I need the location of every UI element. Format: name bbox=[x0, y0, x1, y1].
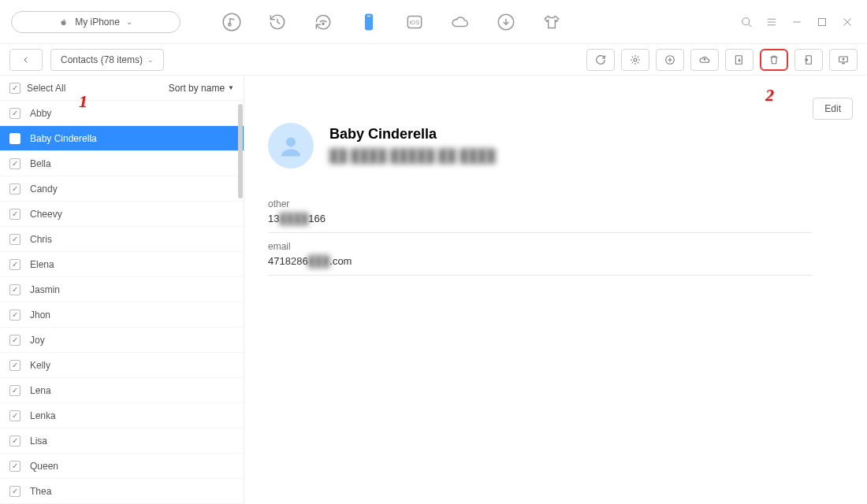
to-device-button[interactable] bbox=[794, 49, 823, 71]
contact-name: Abby bbox=[30, 108, 51, 119]
top-toolbar: My iPhone ⌄ iOS bbox=[0, 0, 867, 44]
edit-button[interactable]: Edit bbox=[813, 98, 853, 120]
list-item[interactable]: Joy bbox=[0, 328, 244, 353]
svg-rect-12 bbox=[735, 55, 742, 64]
svg-rect-4 bbox=[367, 15, 370, 16]
list-item[interactable]: Abby bbox=[0, 101, 244, 126]
checkbox[interactable] bbox=[9, 259, 20, 270]
list-item[interactable]: Chris bbox=[0, 227, 244, 252]
checkbox[interactable] bbox=[9, 158, 20, 169]
to-computer-button[interactable] bbox=[829, 49, 858, 71]
list-item[interactable]: Queen bbox=[0, 454, 244, 479]
svg-rect-9 bbox=[819, 18, 826, 25]
checkbox[interactable] bbox=[9, 385, 20, 396]
select-all-label: Select All bbox=[27, 83, 65, 94]
contact-name: Joy bbox=[30, 335, 45, 346]
add-button[interactable] bbox=[656, 49, 684, 71]
checkbox[interactable] bbox=[9, 410, 20, 421]
svg-point-8 bbox=[742, 17, 750, 24]
list-item[interactable]: Candy bbox=[0, 176, 244, 202]
checkbox[interactable] bbox=[9, 108, 20, 119]
list-item[interactable]: Cheevy bbox=[0, 202, 244, 227]
svg-point-15 bbox=[286, 138, 296, 147]
contact-list: Abby Baby Cinderella Bella Candy Cheevy … bbox=[0, 101, 244, 504]
svg-text:iOS: iOS bbox=[410, 19, 420, 26]
chevron-down-icon: ⌄ bbox=[126, 17, 132, 26]
contact-name: Queen bbox=[30, 461, 58, 472]
svg-point-0 bbox=[223, 13, 240, 31]
list-item[interactable]: Lisa bbox=[0, 428, 244, 454]
delete-button[interactable] bbox=[760, 49, 788, 71]
checkbox[interactable] bbox=[9, 209, 20, 220]
field-label: email bbox=[268, 241, 812, 252]
maximize-button[interactable] bbox=[813, 13, 831, 31]
list-item[interactable]: Jasmin bbox=[0, 277, 244, 302]
detail-fields: other 13████166 email 4718286███.com bbox=[268, 191, 843, 276]
music-icon[interactable] bbox=[220, 10, 244, 34]
checkbox[interactable] bbox=[9, 486, 20, 497]
list-item[interactable]: Bella bbox=[0, 151, 244, 176]
device-selector[interactable]: My iPhone ⌄ bbox=[11, 11, 180, 33]
list-item[interactable]: Kelly bbox=[0, 353, 244, 378]
breadcrumb-label: Contacts (78 items) bbox=[61, 54, 143, 65]
contact-detail-name: Baby Cinderella bbox=[329, 126, 534, 143]
contact-name: Elena bbox=[30, 259, 54, 270]
chevron-down-icon: ⌄ bbox=[147, 56, 154, 64]
checkbox[interactable] bbox=[9, 234, 20, 245]
search-icon[interactable] bbox=[738, 13, 755, 31]
field-label: other bbox=[268, 198, 812, 209]
import-button[interactable] bbox=[725, 49, 754, 71]
refresh-button[interactable] bbox=[586, 49, 615, 71]
checkbox[interactable] bbox=[9, 360, 20, 371]
contact-subtitle: ██ ████ █████ ██ ████ bbox=[329, 149, 534, 160]
breadcrumb[interactable]: Contacts (78 items) ⌄ bbox=[50, 49, 164, 71]
select-all[interactable]: Select All bbox=[9, 83, 65, 94]
checkbox[interactable] bbox=[9, 335, 20, 346]
checkbox[interactable] bbox=[9, 461, 20, 472]
checkbox[interactable] bbox=[9, 435, 20, 447]
contact-name: Thea bbox=[30, 486, 51, 497]
window-controls bbox=[738, 13, 856, 31]
settings-button[interactable] bbox=[621, 49, 649, 71]
cloud-upload-button[interactable] bbox=[690, 49, 719, 71]
contacts-sidebar: Select All Sort by name ▼ Abby Baby Cind… bbox=[0, 76, 244, 504]
checkbox[interactable] bbox=[9, 133, 20, 144]
ios-icon[interactable]: iOS bbox=[403, 10, 426, 34]
apple-icon bbox=[59, 17, 69, 27]
shirt-icon[interactable] bbox=[540, 10, 564, 34]
sub-toolbar: Contacts (78 items) ⌄ bbox=[0, 44, 867, 76]
download-icon[interactable] bbox=[494, 10, 518, 34]
device-label: My iPhone bbox=[75, 17, 120, 28]
checkbox[interactable] bbox=[9, 309, 20, 321]
sort-dropdown[interactable]: Sort by name ▼ bbox=[169, 83, 234, 94]
list-item[interactable]: Lena bbox=[0, 378, 244, 403]
email-field: email 4718286███.com bbox=[268, 233, 812, 276]
scrollbar[interactable] bbox=[238, 104, 243, 198]
triangle-down-icon: ▼ bbox=[228, 84, 234, 91]
sort-label: Sort by name bbox=[169, 83, 225, 94]
list-item[interactable]: Thea bbox=[0, 479, 244, 504]
list-item[interactable]: Lenka bbox=[0, 403, 244, 428]
sidebar-header: Select All Sort by name ▼ bbox=[0, 76, 244, 101]
close-button[interactable] bbox=[839, 13, 856, 31]
back-button[interactable] bbox=[9, 49, 43, 71]
contact-name: Candy bbox=[30, 183, 58, 195]
menu-icon[interactable] bbox=[763, 13, 780, 31]
callout-2: 2 bbox=[765, 85, 774, 106]
minimize-button[interactable] bbox=[788, 13, 806, 31]
contact-name: Lena bbox=[30, 385, 51, 396]
avatar bbox=[268, 123, 314, 169]
cloud-icon[interactable] bbox=[448, 10, 472, 34]
history-icon[interactable] bbox=[266, 10, 289, 34]
phone-icon[interactable] bbox=[357, 10, 381, 34]
select-all-checkbox[interactable] bbox=[9, 83, 20, 94]
action-buttons bbox=[586, 49, 858, 71]
contact-name: Baby Cinderella bbox=[30, 133, 97, 144]
list-item[interactable]: Elena bbox=[0, 252, 244, 277]
contact-name: Chris bbox=[30, 234, 52, 245]
wifi-restore-icon[interactable] bbox=[311, 10, 335, 34]
checkbox[interactable] bbox=[9, 183, 20, 195]
list-item[interactable]: Baby Cinderella bbox=[0, 126, 244, 151]
checkbox[interactable] bbox=[9, 284, 20, 295]
list-item[interactable]: Jhon bbox=[0, 302, 244, 328]
